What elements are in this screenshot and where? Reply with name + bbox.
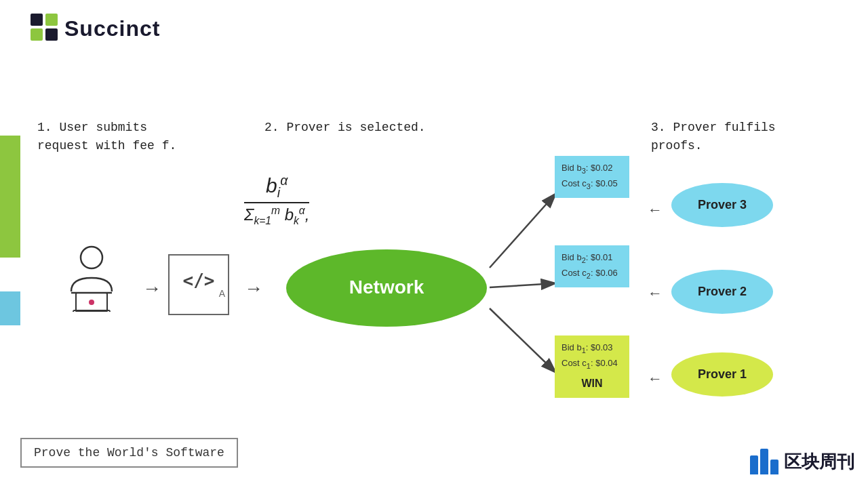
svg-rect-3 <box>45 28 58 41</box>
code-box-letter: A <box>219 288 225 299</box>
network-ellipse-svg: Network <box>285 247 488 329</box>
step1-label: 1. User submits request with fee f. <box>37 119 176 155</box>
svg-rect-1 <box>45 14 58 26</box>
svg-point-8 <box>89 300 94 305</box>
formula-divider <box>244 202 309 203</box>
logo-area: Succinct <box>31 14 160 44</box>
code-box: </> A <box>168 254 229 315</box>
bid-box-mid-cost: Cost c2: $0.06 <box>561 266 623 282</box>
arrow-user-to-code: → <box>142 278 161 300</box>
formula-area: biα Σk=1m bkα, <box>244 173 309 227</box>
bottom-logo-text: 区块周刊 <box>784 450 854 474</box>
svg-point-4 <box>81 247 102 268</box>
svg-text:Network: Network <box>349 277 425 298</box>
svg-line-11 <box>490 193 556 268</box>
bid-box-prover1: Bid b1: $0.03 Cost c1: $0.04 WIN <box>555 336 629 398</box>
bid-box-prover2: Bid b2: $0.01 Cost c2: $0.06 <box>555 245 629 287</box>
prover-2-ellipse: Prover 2 <box>671 270 773 314</box>
bid-box-bottom-cost: Cost c1: $0.04 <box>561 357 623 372</box>
prover-1-ellipse: Prover 1 <box>671 352 773 396</box>
user-figure <box>61 244 122 314</box>
bid-box-top-cost: Cost c3: $0.05 <box>561 177 623 192</box>
step3-label: 3. Prover fulfils proofs. <box>651 119 776 155</box>
bid-box-bottom-bid: Bid b1: $0.03 <box>561 341 623 357</box>
svg-line-12 <box>490 283 556 287</box>
bid-box-mid-bid: Bid b2: $0.01 <box>561 251 623 266</box>
tagline-box: Prove the World's Software <box>20 438 238 468</box>
zhoukon-icon <box>750 449 778 474</box>
bottom-right-logo: 区块周刊 <box>750 449 854 474</box>
formula-denominator: Σk=1m bkα, <box>244 205 309 227</box>
succinct-logo-icon <box>31 14 58 44</box>
svg-rect-2 <box>31 28 43 41</box>
arrow-to-prover1: ← <box>648 370 663 388</box>
user-svg <box>61 244 122 312</box>
left-bar <box>0 0 20 488</box>
formula-numerator: biα <box>244 173 309 201</box>
bid-box-win-label: WIN <box>561 375 623 392</box>
step2-label: 2. Prover is selected. <box>264 119 426 137</box>
svg-line-13 <box>490 308 556 373</box>
logo-text: Succinct <box>64 16 160 41</box>
arrow-to-prover3: ← <box>648 201 663 219</box>
arrows-overlay <box>0 0 868 488</box>
code-box-text: </> <box>183 270 215 291</box>
prover-3-ellipse: Prover 3 <box>671 183 773 227</box>
bid-box-top-bid: Bid b3: $0.02 <box>561 161 623 177</box>
arrow-code-to-network: → <box>244 278 263 300</box>
svg-rect-0 <box>31 14 43 26</box>
bid-box-prover3: Bid b3: $0.02 Cost c3: $0.05 <box>555 156 629 198</box>
arrow-to-prover2: ← <box>648 285 663 302</box>
